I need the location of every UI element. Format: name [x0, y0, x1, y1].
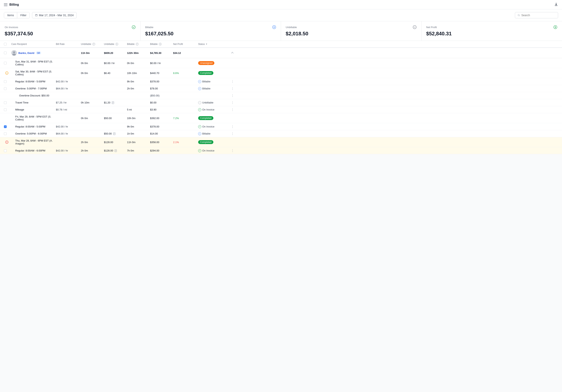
- item-billable-time-3-0: 7h 0m: [127, 149, 149, 152]
- item-checkbox-2-1[interactable]: [4, 132, 10, 135]
- item-billable-amount-1-1: $78.00: [150, 87, 172, 90]
- header-checkbox[interactable]: [4, 43, 10, 45]
- stat-label-on-invoices: On Invoices: [5, 26, 18, 29]
- badge-completed-3: Completed: [198, 140, 213, 144]
- header-net-profit: Net Profit: [173, 43, 197, 45]
- stat-value-net-profit: $52,840.31: [426, 31, 557, 37]
- shift-billable-time-2: 10h 0m: [127, 117, 149, 120]
- billable-time-info-icon: ⏱: [136, 43, 139, 45]
- shift-billable-time-1: 10h 10m: [127, 72, 149, 75]
- item-unbillable-time-3-0: 2h 0m: [81, 149, 102, 152]
- more-menu-1-4[interactable]: ⋮: [231, 108, 235, 112]
- svg-rect-0: [35, 14, 37, 16]
- shift-label-0: Sun, Mar 31, 8AM - 5PM EST (S. Collins): [11, 60, 54, 66]
- more-menu-3-0[interactable]: ⋮: [231, 149, 235, 152]
- item-bill-rate-1-0: $42.00 / hr: [56, 80, 79, 83]
- person-checkbox[interactable]: [4, 52, 10, 54]
- item-billable-time-2-1: 1h 0m: [127, 132, 149, 135]
- item-status-2-1: + Billable: [198, 132, 229, 135]
- item-checkbox-1-4[interactable]: [4, 108, 10, 111]
- check-icon-1-4: ✓: [198, 108, 201, 111]
- shift-row-1: ! Sat, Mar 30, 8AM - 5PM EST (S. Collins…: [0, 68, 562, 78]
- date-range-label: Mar 17, 2024 - Mar 31, 2024: [39, 14, 73, 17]
- shift-status-3: Completed: [198, 140, 229, 144]
- stat-on-invoices: On Invoices $357,374.50: [0, 21, 140, 41]
- item-billable-amount-2-1: $14.00: [150, 132, 172, 135]
- item-row-1-2: Overtime Discount: $50.00 ($50.00) ⋮: [0, 92, 562, 99]
- item-row-1-3: Travel Time $7.25 / hr 0h 10m $1.20 $0.0…: [0, 99, 562, 106]
- shift-billable-amount-3: $358.00: [150, 141, 172, 144]
- stat-label-unbillable: Unbillable: [286, 26, 297, 29]
- more-menu-1-1[interactable]: ⋮: [231, 87, 235, 90]
- more-menu-2-1[interactable]: ⋮: [231, 132, 235, 135]
- shift-status-0: Unassigned: [198, 61, 229, 65]
- badge-unassigned-0: Unassigned: [198, 61, 214, 65]
- plus-icon-2-1: +: [198, 132, 201, 135]
- more-menu-1-2[interactable]: ⋮: [231, 94, 235, 97]
- stats-row: On Invoices $357,374.50 Billable $167,02…: [0, 21, 562, 41]
- header-status[interactable]: Status: [198, 43, 229, 45]
- item-billable-amount-1-2: ($50.00): [150, 94, 172, 97]
- person-net-profit: $34.12: [173, 52, 197, 55]
- person-collapse[interactable]: [231, 51, 235, 55]
- item-billable-amount-3-0: $294.00: [150, 149, 172, 152]
- item-row-1-0: Regular: 8:00AM - 5:00PM $42.00 / hr 9h …: [0, 78, 562, 85]
- search-input[interactable]: [521, 14, 556, 17]
- more-menu-2-0[interactable]: ⋮: [231, 125, 235, 128]
- item-checkbox-1-3[interactable]: [4, 101, 10, 104]
- stat-value-unbillable: $2,018.50: [286, 31, 417, 37]
- badge-completed-2: Completed: [198, 116, 213, 120]
- shift-billable-amount-2: $392.00: [150, 117, 172, 120]
- item-row-1-1: Overtime: 5:00PM - 7:00PM $64.00 / hr 2h…: [0, 85, 562, 92]
- item-status-1-4: ✓ On Invoice: [198, 108, 229, 111]
- item-label-1-2: Overtime Discount: $50.00: [11, 94, 54, 97]
- item-status-1-3: − Unbillable: [198, 101, 229, 104]
- item-status-1-1: + Billable: [198, 87, 229, 90]
- shift-unbillable-time-2: 0h 0m: [81, 117, 102, 120]
- items-button[interactable]: Items: [4, 12, 17, 18]
- item-billable-amount-2-0: $378.00: [150, 125, 172, 128]
- person-unbillable-amount: $609.20: [104, 52, 126, 55]
- person-unbillable-time: 11h 0m: [81, 52, 102, 55]
- more-menu-1-0[interactable]: ⋮: [231, 80, 235, 83]
- person-billable-amount: $4,765.30: [150, 52, 172, 55]
- item-checkbox-2-0[interactable]: ✓: [4, 125, 10, 128]
- person-row-banks-david: Banks, David 14 11h 0m $609.20 122h 30m …: [0, 48, 562, 58]
- item-checkbox-1-0[interactable]: [4, 80, 10, 83]
- item-row-1-4: Mileage $0.78 / mi 5 mi $3.90 ✓ On Invoi…: [0, 106, 562, 113]
- stat-label-net-profit: Net Profit: [426, 26, 437, 29]
- more-menu-1-3[interactable]: ⋮: [231, 101, 235, 104]
- check-circle-icon: [132, 25, 136, 29]
- avatar-banks-david: [11, 50, 17, 56]
- shift-unbillable-amount-0: $0.00 / hr: [104, 62, 126, 65]
- item-label-1-3: Travel Time: [11, 101, 54, 104]
- stat-value-billable: $167,025.50: [145, 31, 276, 37]
- check-icon-2-0: ✓: [198, 125, 201, 128]
- shift-billable-amount-0: $0.00 / hr: [150, 62, 172, 65]
- item-row-2-1: Overtime: 5:00PM - 6:00PM $64.00 / hr $5…: [0, 130, 562, 137]
- item-label-1-0: Regular: 8:00AM - 5:00PM: [11, 80, 54, 83]
- filter-button[interactable]: Filter: [17, 12, 30, 18]
- item-checkbox-1-1[interactable]: [4, 87, 10, 90]
- item-bill-rate-1-4: $0.78 / mi: [56, 108, 79, 111]
- stat-unbillable: Unbillable $2,018.50: [281, 21, 422, 41]
- shift-status-2: Completed: [198, 116, 229, 120]
- item-bill-rate-2-1: $64.00 / hr: [56, 132, 79, 135]
- item-status-1-0: + Billable: [198, 80, 229, 83]
- search-box: [515, 12, 558, 18]
- items-filter-group: Items Filter: [4, 12, 30, 18]
- header-unbillable-dollar: Unbillable $: [104, 43, 126, 45]
- menu-icon[interactable]: [4, 3, 7, 6]
- item-billable-time-2-0: 9h 0m: [127, 125, 149, 128]
- item-billable-time-1-0: 9h 0m: [127, 80, 149, 83]
- shift-checkbox-0[interactable]: [4, 62, 10, 64]
- checkbox-checked-2-0[interactable]: ✓: [4, 125, 7, 128]
- billing-table: Care Recipient Bill Rate Unbillable ⏱ Un…: [0, 41, 562, 154]
- shift-row-3: Thu, Mar 28, 8AM - 6PM EST (A. Aragon) 2…: [0, 137, 562, 147]
- item-checkbox-3-0[interactable]: [4, 149, 10, 152]
- table-header: Care Recipient Bill Rate Unbillable ⏱ Un…: [0, 41, 562, 48]
- date-range-picker[interactable]: Mar 17, 2024 - Mar 31, 2024: [32, 12, 76, 18]
- download-button[interactable]: [554, 2, 558, 7]
- stat-net-profit: Net Profit $ $52,840.31: [422, 21, 562, 41]
- svg-text:!: !: [7, 72, 7, 74]
